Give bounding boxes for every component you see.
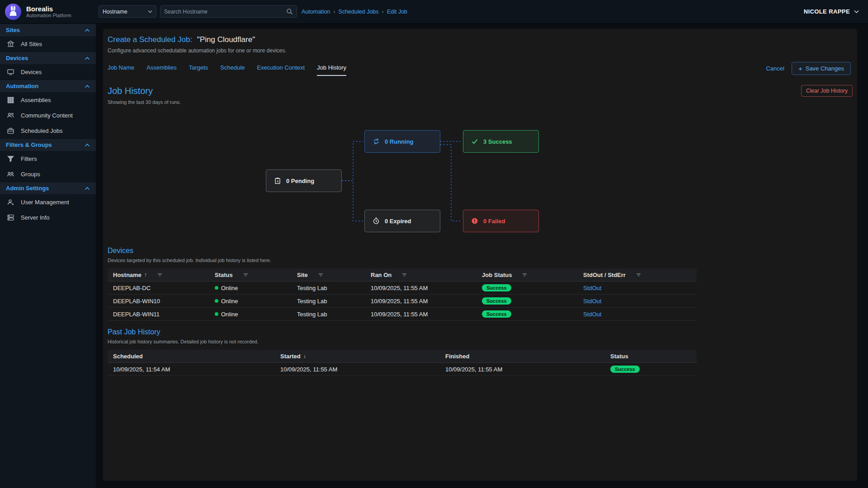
status-badge: Success <box>610 366 640 373</box>
past-table-header: Scheduled Started ↓ Finished Status <box>108 350 697 363</box>
tab-schedule[interactable]: Schedule <box>220 64 245 76</box>
chevron-up-icon <box>85 187 90 190</box>
brand-title: Borealis <box>26 5 71 13</box>
filter-icon[interactable] <box>318 272 324 278</box>
devices-table-header: Hostname ↑ Status Site Ran On <box>108 268 697 282</box>
table-row: DEEPLAB-WIN11 Online Testing Lab 10/09/2… <box>108 308 697 321</box>
sidebar-item-label: Groups <box>21 171 40 178</box>
past-job-history-heading: Past Job History <box>108 328 853 336</box>
sidebar-item-scheduled-jobs[interactable]: Scheduled Jobs <box>0 123 96 138</box>
stdout-cell: StdOut <box>578 298 697 305</box>
status-cell: Success <box>605 366 697 373</box>
user-management-icon <box>7 198 14 206</box>
plus-icon: + <box>798 65 802 72</box>
site-cell: Testing Lab <box>292 311 365 318</box>
filters-icon <box>7 155 14 163</box>
job-status-cell: Success <box>476 284 578 291</box>
sidebar-item-assemblies[interactable]: Assemblies <box>0 92 96 108</box>
column-header-status[interactable]: Status <box>209 272 292 278</box>
search-box <box>160 5 297 18</box>
cancel-button[interactable]: Cancel <box>766 65 784 72</box>
section-label: Devices <box>6 55 28 61</box>
sidebar-item-filters[interactable]: Filters <box>0 151 96 166</box>
column-header-finished[interactable]: Finished <box>440 353 605 360</box>
stdout-link[interactable]: StdOut <box>583 311 601 318</box>
breadcrumb-link-scheduled-jobs[interactable]: Scheduled Jobs <box>339 9 379 15</box>
column-header-stdout-stderr[interactable]: StdOut / StdErr <box>578 272 697 278</box>
section-label: Admin Settings <box>6 185 49 192</box>
filter-icon[interactable] <box>243 272 249 278</box>
flow-node-label: 0 Expired <box>385 218 411 225</box>
sidebar-section-automation[interactable]: Automation <box>0 80 96 92</box>
sidebar-section-devices[interactable]: Devices <box>0 52 96 64</box>
success-check-icon <box>471 138 478 145</box>
flow-node-label: 0 Running <box>385 138 414 145</box>
search-icon[interactable] <box>286 8 293 15</box>
sidebar-item-all-sites[interactable]: All Sites <box>0 36 96 52</box>
sidebar-item-user-management[interactable]: User Management <box>0 194 96 210</box>
main-area: Create a Scheduled Job: "Ping Cloudflare… <box>96 23 868 488</box>
section-label: Automation <box>6 83 38 89</box>
column-header-site[interactable]: Site <box>292 272 365 278</box>
hostname-cell: DEEPLAB-WIN11 <box>108 311 209 318</box>
devices-description: Devices targeted by this scheduled job. … <box>108 258 853 263</box>
flow-node-expired: 0 Expired <box>364 210 440 232</box>
expired-clock-icon <box>373 217 380 225</box>
brand: Borealis Automation Platform <box>0 3 96 20</box>
column-header-hostname[interactable]: Hostname ↑ <box>108 272 209 278</box>
sidebar-section-admin-settings[interactable]: Admin Settings <box>0 182 96 194</box>
sidebar-item-label: User Management <box>21 199 69 206</box>
flow-node-failed: 0 Failed <box>463 210 539 232</box>
flow-node-running: 0 Running <box>364 130 440 153</box>
sort-asc-icon: ↑ <box>144 272 147 278</box>
column-header-status[interactable]: Status <box>605 353 697 360</box>
borealis-logo <box>5 3 22 20</box>
sidebar-section-sites[interactable]: Sites <box>0 23 96 36</box>
flow-node-success: 3 Success <box>463 130 539 153</box>
page-subtitle: Configure advanced schedulable automatio… <box>108 47 853 54</box>
stdout-link[interactable]: StdOut <box>583 285 601 291</box>
filter-icon[interactable] <box>522 272 528 278</box>
filter-icon[interactable] <box>636 272 642 278</box>
hostname-select[interactable]: Hostname <box>99 5 156 18</box>
filter-icon[interactable] <box>157 272 163 278</box>
chevron-up-icon <box>85 84 90 88</box>
job-status-cell: Success <box>476 297 578 305</box>
sidebar-item-server-info[interactable]: Server Info <box>0 210 96 225</box>
tab-execution-context[interactable]: Execution Context <box>257 64 305 76</box>
online-status-dot <box>215 312 218 316</box>
user-menu[interactable]: NICOLE RAPPE <box>804 8 859 15</box>
hostname-select-value: Hostname <box>103 9 127 15</box>
chevron-up-icon <box>85 143 90 147</box>
job-status-cell: Success <box>476 310 578 318</box>
breadcrumb-link-edit-job[interactable]: Edit Job <box>387 9 407 15</box>
sort-desc-icon: ↓ <box>303 353 306 359</box>
section-label: Filters & Groups <box>6 141 52 148</box>
search-input[interactable] <box>164 9 286 15</box>
filter-icon[interactable] <box>401 272 407 278</box>
tab-job-history[interactable]: Job History <box>317 64 346 76</box>
column-header-ran-on[interactable]: Ran On <box>365 272 476 278</box>
sidebar-item-label: Devices <box>21 69 42 75</box>
save-changes-button[interactable]: + Save Changes <box>792 62 851 75</box>
failed-error-icon <box>471 217 478 225</box>
breadcrumb-link-automation[interactable]: Automation <box>302 9 330 15</box>
hostname-cell: DEEPLAB-WIN10 <box>108 298 209 305</box>
sidebar-item-label: Server Info <box>21 214 50 221</box>
tab-assemblies[interactable]: Assemblies <box>146 64 176 76</box>
sidebar-item-groups[interactable]: Groups <box>0 166 96 182</box>
scheduled-jobs-icon <box>7 127 14 135</box>
tab-job-name[interactable]: Job Name <box>108 64 134 76</box>
sidebar-item-label: Scheduled Jobs <box>21 127 63 134</box>
column-header-started[interactable]: Started ↓ <box>275 353 440 360</box>
flow-node-pending: 0 Pending <box>266 169 342 192</box>
stdout-link[interactable]: StdOut <box>583 298 601 305</box>
sidebar-section-filters-groups[interactable]: Filters & Groups <box>0 138 96 151</box>
user-name: NICOLE RAPPE <box>804 8 850 15</box>
column-header-job-status[interactable]: Job Status <box>476 272 578 278</box>
tab-targets[interactable]: Targets <box>189 64 208 76</box>
column-header-scheduled[interactable]: Scheduled <box>108 353 275 360</box>
sidebar-item-devices[interactable]: Devices <box>0 64 96 80</box>
sidebar-item-community-content[interactable]: Community Content <box>0 108 96 123</box>
clear-job-history-button[interactable]: Clear Job History <box>801 85 853 97</box>
